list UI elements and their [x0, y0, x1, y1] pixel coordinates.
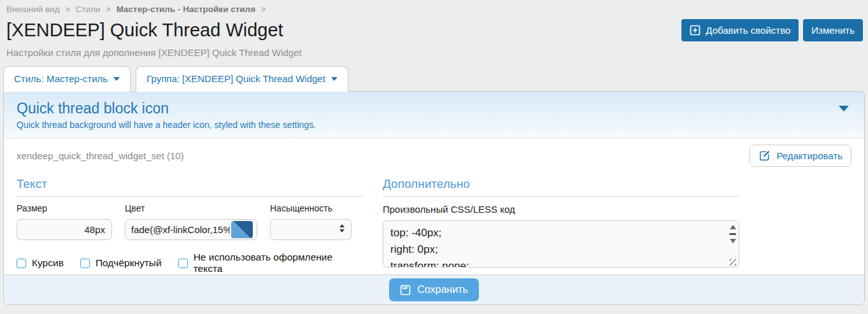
page-subtitle: Настройки стиля для дополнения [XENDEEP]… [6, 47, 863, 58]
scrollbar-thumb[interactable] [729, 233, 736, 235]
italic-checkbox[interactable] [17, 259, 26, 268]
section-title: Quick thread block icon [17, 100, 851, 117]
underline-label: Подчёркнутый [96, 257, 162, 269]
textarea-scrollbar[interactable] [728, 222, 737, 266]
no-decoration-checkbox-item[interactable]: Не использовать оформление текста [178, 252, 364, 275]
property-set-name: xendeep_quick_thread_widget_set (10) [17, 150, 184, 161]
css-code-textarea[interactable]: top: -40px; right: 0px; transform: none; [383, 221, 726, 267]
save-floppy-icon [400, 285, 411, 296]
color-label: Цвет [125, 203, 257, 213]
group-selector-label: Группа: [XENDEEP] Quick Thread Widget [146, 73, 325, 84]
weight-select[interactable] [270, 219, 352, 240]
text-group-heading: Текст [17, 177, 364, 197]
no-decoration-label: Не использовать оформление текста [194, 252, 364, 275]
breadcrumb-separator: > [261, 5, 266, 14]
color-field: Цвет [125, 203, 257, 240]
weight-field: Насыщенность [270, 203, 352, 240]
section-description: Quick thread background will have a head… [17, 120, 851, 130]
scroll-down-icon[interactable] [730, 239, 736, 243]
select-arrows-icon [339, 224, 345, 232]
panel-body: xendeep_quick_thread_widget_set (10) Ред… [4, 138, 864, 275]
pencil-square-icon [758, 150, 771, 162]
underline-checkbox-item[interactable]: Подчёркнутый [80, 257, 162, 269]
text-settings-column: Текст Размер Цвет Насыщеннос [17, 177, 364, 275]
underline-checkbox[interactable] [80, 259, 90, 268]
edit-property-label: Редактировать [776, 150, 843, 161]
scroll-up-icon[interactable] [730, 225, 736, 229]
breadcrumb-separator: > [106, 5, 111, 14]
italic-label: Курсив [32, 257, 64, 269]
css-code-wrapper: top: -40px; right: 0px; transform: none; [383, 220, 739, 268]
property-group-panel: Quick thread block icon Quick thread bac… [3, 91, 865, 305]
chevron-down-icon [113, 77, 120, 81]
chevron-down-icon [331, 77, 338, 81]
text-style-checkboxes: Курсив Подчёркнутый Не использовать офор… [17, 252, 364, 275]
size-input[interactable] [17, 219, 112, 240]
add-property-button[interactable]: Добавить свойство [681, 19, 799, 41]
breadcrumb-appearance[interactable]: Внешний вид [6, 4, 60, 14]
edit-mode-button[interactable]: Изменить [803, 19, 863, 41]
edit-mode-label: Изменить [811, 25, 855, 36]
header-actions: Добавить свойство Изменить [681, 19, 863, 41]
filter-tabs: Стиль: Мастер-стиль Группа: [XENDEEP] Qu… [3, 66, 868, 91]
breadcrumb: Внешний вид > Стили > Мастер-стиль - Нас… [6, 4, 863, 14]
edit-property-button[interactable]: Редактировать [750, 145, 851, 167]
resize-grip-icon[interactable] [729, 259, 736, 266]
size-field: Размер [17, 203, 112, 240]
style-selector-tab[interactable]: Стиль: Мастер-стиль [3, 66, 131, 92]
breadcrumb-separator: > [66, 5, 70, 14]
breadcrumb-styles[interactable]: Стили [76, 4, 101, 14]
style-selector-label: Стиль: Мастер-стиль [14, 73, 108, 84]
page-title: [XENDEEP] Quick Thread Widget [6, 20, 283, 41]
css-code-label: Произвольный CSS/LESS код [383, 204, 739, 215]
extra-group-heading: Дополнительно [383, 177, 739, 197]
italic-checkbox-item[interactable]: Курсив [17, 257, 64, 269]
color-input[interactable] [125, 224, 231, 235]
collapse-section-icon[interactable] [839, 106, 849, 111]
color-swatch-button[interactable] [231, 221, 253, 238]
weight-label: Насыщенность [270, 203, 352, 213]
no-decoration-checkbox[interactable] [178, 259, 188, 268]
panel-footer: Сохранить [4, 275, 864, 304]
extra-settings-column: Дополнительно Произвольный CSS/LESS код … [383, 177, 739, 275]
section-header: Quick thread block icon Quick thread bac… [4, 92, 864, 138]
plus-square-icon [690, 25, 701, 36]
breadcrumb-style-properties[interactable]: Мастер-стиль - Настройки стиля [117, 4, 255, 14]
save-label: Сохранить [417, 284, 468, 296]
group-selector-tab[interactable]: Группа: [XENDEEP] Quick Thread Widget [136, 66, 348, 92]
add-property-label: Добавить свойство [706, 25, 790, 36]
save-button[interactable]: Сохранить [389, 278, 479, 301]
page-header: Внешний вид > Стили > Мастер-стиль - Нас… [0, 0, 868, 58]
size-label: Размер [17, 203, 112, 213]
